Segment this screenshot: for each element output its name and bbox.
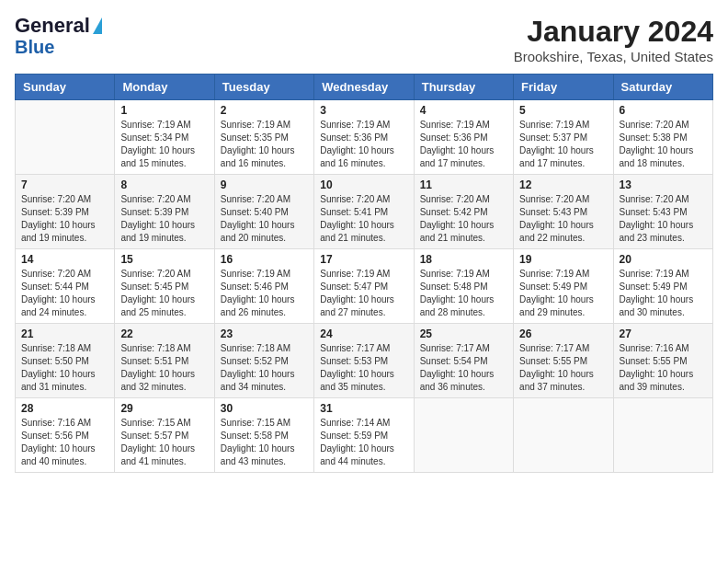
calendar-week-row: 1Sunrise: 7:19 AMSunset: 5:34 PMDaylight… — [16, 100, 713, 175]
calendar-cell: 8Sunrise: 7:20 AMSunset: 5:39 PMDaylight… — [115, 175, 214, 249]
day-info: Sunrise: 7:18 AMSunset: 5:51 PMDaylight:… — [120, 342, 208, 394]
day-number: 21 — [21, 327, 108, 340]
logo: General Blue — [15, 15, 102, 57]
day-info: Sunrise: 7:18 AMSunset: 5:52 PMDaylight:… — [221, 342, 308, 394]
calendar-cell: 28Sunrise: 7:16 AMSunset: 5:56 PMDayligh… — [16, 398, 115, 473]
day-info: Sunrise: 7:17 AMSunset: 5:54 PMDaylight:… — [420, 342, 507, 394]
day-info: Sunrise: 7:16 AMSunset: 5:56 PMDaylight:… — [21, 417, 108, 468]
calendar-cell: 24Sunrise: 7:17 AMSunset: 5:53 PMDayligh… — [314, 324, 414, 398]
logo-general: General — [15, 15, 90, 37]
calendar-cell: 16Sunrise: 7:19 AMSunset: 5:46 PMDayligh… — [214, 249, 313, 324]
calendar-cell: 14Sunrise: 7:20 AMSunset: 5:44 PMDayligh… — [16, 249, 115, 324]
day-number: 23 — [221, 327, 308, 340]
calendar-cell: 7Sunrise: 7:20 AMSunset: 5:39 PMDaylight… — [16, 175, 115, 249]
day-number: 1 — [120, 104, 208, 117]
calendar-cell: 2Sunrise: 7:19 AMSunset: 5:35 PMDaylight… — [214, 100, 313, 175]
day-info: Sunrise: 7:19 AMSunset: 5:47 PMDaylight:… — [320, 268, 407, 319]
calendar-week-row: 28Sunrise: 7:16 AMSunset: 5:56 PMDayligh… — [16, 398, 713, 473]
day-number: 13 — [620, 178, 707, 191]
calendar-cell: 5Sunrise: 7:19 AMSunset: 5:37 PMDaylight… — [514, 100, 613, 175]
calendar-cell: 12Sunrise: 7:20 AMSunset: 5:43 PMDayligh… — [514, 175, 613, 249]
calendar-cell: 25Sunrise: 7:17 AMSunset: 5:54 PMDayligh… — [414, 324, 513, 398]
day-of-week-header: Monday — [115, 75, 214, 100]
day-number: 27 — [620, 327, 707, 340]
calendar-cell: 9Sunrise: 7:20 AMSunset: 5:40 PMDaylight… — [214, 175, 313, 249]
day-of-week-header: Thursday — [414, 75, 513, 100]
day-of-week-header: Friday — [514, 75, 613, 100]
calendar-cell: 4Sunrise: 7:19 AMSunset: 5:36 PMDaylight… — [414, 100, 513, 175]
day-info: Sunrise: 7:20 AMSunset: 5:38 PMDaylight:… — [620, 119, 707, 170]
day-info: Sunrise: 7:16 AMSunset: 5:55 PMDaylight:… — [620, 342, 707, 394]
day-info: Sunrise: 7:19 AMSunset: 5:46 PMDaylight:… — [221, 268, 308, 319]
day-info: Sunrise: 7:20 AMSunset: 5:42 PMDaylight:… — [420, 193, 507, 245]
day-number: 17 — [320, 253, 407, 266]
day-number: 14 — [21, 253, 108, 266]
calendar-cell: 30Sunrise: 7:15 AMSunset: 5:58 PMDayligh… — [214, 398, 313, 473]
page-subtitle: Brookshire, Texas, United States — [514, 49, 713, 64]
day-number: 15 — [120, 253, 208, 266]
calendar-cell: 29Sunrise: 7:15 AMSunset: 5:57 PMDayligh… — [115, 398, 214, 473]
calendar-cell: 21Sunrise: 7:18 AMSunset: 5:50 PMDayligh… — [16, 324, 115, 398]
day-info: Sunrise: 7:17 AMSunset: 5:55 PMDaylight:… — [519, 342, 607, 394]
day-of-week-header: Sunday — [16, 75, 115, 100]
day-info: Sunrise: 7:15 AMSunset: 5:58 PMDaylight:… — [221, 417, 308, 468]
day-info: Sunrise: 7:19 AMSunset: 5:48 PMDaylight:… — [420, 268, 507, 319]
calendar-cell: 18Sunrise: 7:19 AMSunset: 5:48 PMDayligh… — [414, 249, 513, 324]
calendar-cell — [514, 398, 613, 473]
logo-triangle-icon — [93, 17, 102, 34]
day-number: 28 — [21, 402, 108, 415]
day-info: Sunrise: 7:19 AMSunset: 5:36 PMDaylight:… — [420, 119, 507, 170]
calendar-header-row: SundayMondayTuesdayWednesdayThursdayFrid… — [16, 75, 713, 100]
calendar-cell: 6Sunrise: 7:20 AMSunset: 5:38 PMDaylight… — [613, 100, 712, 175]
day-info: Sunrise: 7:18 AMSunset: 5:50 PMDaylight:… — [21, 342, 108, 394]
day-number: 2 — [221, 104, 308, 117]
calendar-cell: 31Sunrise: 7:14 AMSunset: 5:59 PMDayligh… — [314, 398, 414, 473]
day-info: Sunrise: 7:19 AMSunset: 5:37 PMDaylight:… — [519, 119, 607, 170]
calendar-week-row: 7Sunrise: 7:20 AMSunset: 5:39 PMDaylight… — [16, 175, 713, 249]
day-info: Sunrise: 7:20 AMSunset: 5:39 PMDaylight:… — [120, 193, 208, 245]
calendar-cell — [613, 398, 712, 473]
day-info: Sunrise: 7:20 AMSunset: 5:45 PMDaylight:… — [120, 268, 208, 319]
calendar-cell: 23Sunrise: 7:18 AMSunset: 5:52 PMDayligh… — [214, 324, 313, 398]
day-info: Sunrise: 7:19 AMSunset: 5:34 PMDaylight:… — [120, 119, 208, 170]
day-number: 24 — [320, 327, 407, 340]
day-info: Sunrise: 7:19 AMSunset: 5:35 PMDaylight:… — [221, 119, 308, 170]
day-info: Sunrise: 7:20 AMSunset: 5:39 PMDaylight:… — [21, 193, 108, 245]
day-number: 25 — [420, 327, 507, 340]
logo-blue: Blue — [15, 37, 54, 57]
day-number: 26 — [519, 327, 607, 340]
day-info: Sunrise: 7:17 AMSunset: 5:53 PMDaylight:… — [320, 342, 407, 394]
calendar-cell: 15Sunrise: 7:20 AMSunset: 5:45 PMDayligh… — [115, 249, 214, 324]
calendar-cell — [414, 398, 513, 473]
calendar-cell: 27Sunrise: 7:16 AMSunset: 5:55 PMDayligh… — [613, 324, 712, 398]
day-number: 20 — [620, 253, 707, 266]
day-number: 31 — [320, 402, 407, 415]
day-number: 4 — [420, 104, 507, 117]
calendar-cell: 13Sunrise: 7:20 AMSunset: 5:43 PMDayligh… — [613, 175, 712, 249]
day-of-week-header: Saturday — [613, 75, 712, 100]
day-of-week-header: Wednesday — [314, 75, 414, 100]
calendar-week-row: 21Sunrise: 7:18 AMSunset: 5:50 PMDayligh… — [16, 324, 713, 398]
calendar-week-row: 14Sunrise: 7:20 AMSunset: 5:44 PMDayligh… — [16, 249, 713, 324]
day-info: Sunrise: 7:20 AMSunset: 5:43 PMDaylight:… — [620, 193, 707, 245]
calendar-cell: 20Sunrise: 7:19 AMSunset: 5:49 PMDayligh… — [613, 249, 712, 324]
day-number: 3 — [320, 104, 407, 117]
day-of-week-header: Tuesday — [214, 75, 313, 100]
day-number: 16 — [221, 253, 308, 266]
calendar-cell: 10Sunrise: 7:20 AMSunset: 5:41 PMDayligh… — [314, 175, 414, 249]
page-title: January 2024 — [514, 15, 713, 49]
calendar-table: SundayMondayTuesdayWednesdayThursdayFrid… — [15, 74, 713, 473]
day-number: 10 — [320, 178, 407, 191]
calendar-cell: 1Sunrise: 7:19 AMSunset: 5:34 PMDaylight… — [115, 100, 214, 175]
calendar-cell: 22Sunrise: 7:18 AMSunset: 5:51 PMDayligh… — [115, 324, 214, 398]
day-info: Sunrise: 7:20 AMSunset: 5:43 PMDaylight:… — [519, 193, 607, 245]
day-number: 7 — [21, 178, 108, 191]
day-number: 29 — [120, 402, 208, 415]
page-header: General Blue January 2024 Brookshire, Te… — [15, 15, 713, 64]
day-number: 30 — [221, 402, 308, 415]
calendar-cell — [16, 100, 115, 175]
calendar-cell: 3Sunrise: 7:19 AMSunset: 5:36 PMDaylight… — [314, 100, 414, 175]
calendar-cell: 17Sunrise: 7:19 AMSunset: 5:47 PMDayligh… — [314, 249, 414, 324]
day-info: Sunrise: 7:20 AMSunset: 5:41 PMDaylight:… — [320, 193, 407, 245]
calendar-cell: 11Sunrise: 7:20 AMSunset: 5:42 PMDayligh… — [414, 175, 513, 249]
